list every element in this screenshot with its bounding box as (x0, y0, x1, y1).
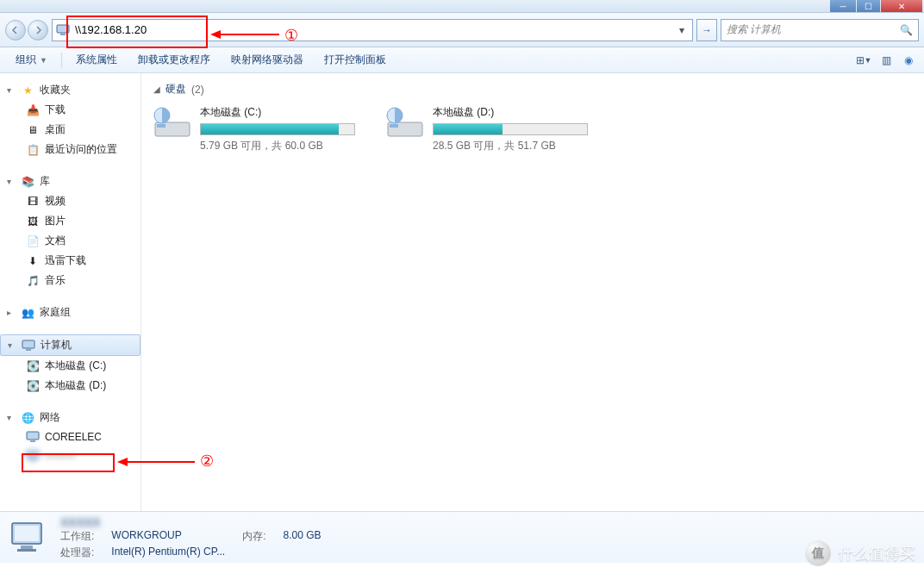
window-controls: ─ ☐ ✕ (829, 0, 922, 12)
homegroup-icon: 👥 (21, 306, 34, 320)
address-field[interactable]: ▾ (52, 19, 693, 41)
computer-icon (22, 339, 35, 352)
sidebar-item-recent[interactable]: 📋最近访问的位置 (0, 140, 140, 159)
sidebar-item-drive-c[interactable]: 💽本地磁盘 (C:) (0, 356, 140, 376)
view-options-icon[interactable]: ⊞ ▼ (855, 52, 872, 69)
svg-rect-1 (60, 34, 66, 35)
organize-menu[interactable]: 组织 ▼ (7, 49, 56, 71)
sidebar-item-coreelec[interactable]: COREELEC (0, 427, 140, 446)
computer-header[interactable]: ▾ 计算机 (0, 334, 140, 356)
close-button[interactable]: ✕ (881, 0, 922, 12)
watermark-badge-icon: 值 (805, 540, 831, 566)
watermark: 值 什么值得买 (805, 540, 915, 566)
watermark-text: 什么值得买 (838, 543, 915, 564)
drives-container: 本地磁盘 (C:) 5.79 GB 可用，共 60.0 GB 本地磁盘 (D:)… (153, 105, 912, 153)
homegroup-header[interactable]: ▸ 👥 家庭组 (0, 302, 140, 322)
cpu-label: 处理器: (60, 546, 94, 560)
svg-rect-15 (15, 526, 39, 541)
svg-rect-12 (390, 124, 398, 128)
svg-rect-7 (30, 459, 35, 461)
svg-rect-2 (22, 340, 34, 348)
section-title: 硬盘 (165, 82, 186, 97)
network-label: 网络 (40, 410, 60, 425)
minimize-button[interactable]: ─ (830, 0, 856, 12)
content-pane: ◢ 硬盘 (2) 本地磁盘 (C:) 5.79 GB 可用，共 60.0 GB (141, 73, 924, 511)
favorites-header[interactable]: ▾ ★ 收藏夹 (0, 80, 140, 100)
computer-icon (56, 24, 70, 36)
open-control-panel-button[interactable]: 打开控制面板 (315, 49, 395, 71)
drive-d[interactable]: 本地磁盘 (D:) 28.5 GB 可用，共 51.7 GB (386, 105, 602, 153)
forward-button[interactable] (28, 20, 48, 41)
library-icon: 📚 (21, 175, 34, 189)
svg-rect-0 (57, 25, 69, 33)
chevron-down-icon: ▾ (8, 340, 16, 350)
hdd-icon: 💽 (26, 359, 40, 373)
sidebar-item-pictures[interactable]: 🖼图片 (0, 211, 140, 231)
sidebar-item-network-pc-hidden[interactable]: ——— (0, 446, 140, 465)
libraries-label: 库 (40, 174, 50, 189)
chevron-right-icon: ▸ (7, 308, 16, 317)
svg-rect-17 (17, 549, 36, 552)
back-button[interactable] (5, 20, 26, 41)
sidebar-item-documents[interactable]: 📄文档 (0, 231, 140, 251)
search-field[interactable]: 搜索 计算机 🔍 (721, 19, 919, 41)
annotation-number-1: ① (284, 26, 298, 45)
drive-name: 本地磁盘 (C:) (200, 105, 369, 120)
network-header[interactable]: ▾ 🌐 网络 (0, 408, 140, 427)
libraries-header[interactable]: ▾ 📚 库 (0, 172, 140, 191)
libraries-group: ▾ 📚 库 🎞视频 🖼图片 📄文档 ⬇迅雷下载 🎵音乐 (0, 172, 140, 290)
sidebar-item-desktop[interactable]: 🖥桌面 (0, 120, 140, 140)
svg-rect-3 (26, 349, 31, 351)
address-input[interactable] (75, 23, 675, 36)
usage-bar (433, 123, 588, 135)
video-icon: 🎞 (26, 195, 40, 209)
sidebar-item-videos[interactable]: 🎞视频 (0, 191, 140, 211)
desktop-icon: 🖥 (26, 123, 40, 137)
address-bar-row: ▾ → 搜索 计算机 🔍 (0, 13, 924, 47)
details-pane: XXXXX 工作组: WORKGROUP 内存: 8.00 GB 处理器: In… (0, 511, 924, 563)
recent-icon: 📋 (26, 143, 40, 157)
uninstall-program-button[interactable]: 卸载或更改程序 (129, 49, 219, 71)
sidebar-item-downloads[interactable]: 📥下载 (0, 100, 140, 120)
workgroup-value: WORKGROUP (111, 529, 225, 544)
svg-rect-5 (30, 440, 35, 442)
arrow-right-icon (34, 26, 42, 34)
map-network-drive-button[interactable]: 映射网络驱动器 (222, 49, 312, 71)
memory-label: 内存: (242, 529, 265, 544)
drive-c[interactable]: 本地磁盘 (C:) 5.79 GB 可用，共 60.0 GB (153, 105, 369, 153)
chevron-down-icon: ▾ (7, 85, 16, 95)
pc-icon (26, 430, 40, 444)
network-group: ▾ 🌐 网络 COREELEC ——— (0, 408, 140, 465)
search-placeholder: 搜索 计算机 (727, 22, 781, 37)
sidebar-item-music[interactable]: 🎵音乐 (0, 271, 140, 290)
address-dropdown-icon[interactable]: ▾ (675, 24, 689, 36)
usage-bar (200, 123, 355, 135)
system-properties-button[interactable]: 系统属性 (67, 49, 126, 71)
favorites-group: ▾ ★ 收藏夹 📥下载 🖥桌面 📋最近访问的位置 (0, 80, 140, 159)
svg-rect-4 (27, 432, 39, 440)
svg-rect-6 (27, 451, 39, 458)
memory-value: 8.00 GB (284, 529, 322, 544)
drive-name: 本地磁盘 (D:) (433, 105, 602, 120)
network-icon: 🌐 (21, 411, 34, 425)
sidebar-item-xunlei[interactable]: ⬇迅雷下载 (0, 251, 140, 271)
go-button[interactable]: → (696, 19, 717, 41)
hdd-icon: 💽 (26, 379, 40, 393)
nav-buttons (5, 20, 48, 41)
help-icon[interactable]: ◉ (900, 52, 917, 69)
cpu-value: Intel(R) Pentium(R) CP... (111, 546, 225, 560)
arrow-left-icon (11, 26, 20, 34)
sidebar-item-drive-d[interactable]: 💽本地磁盘 (D:) (0, 376, 140, 396)
search-icon: 🔍 (900, 24, 913, 36)
drive-icon (386, 105, 424, 140)
computer-name-blurred: XXXXX (60, 515, 322, 529)
computer-large-icon (9, 518, 48, 558)
window-titlebar: ─ ☐ ✕ (0, 0, 924, 13)
maximize-button[interactable]: ☐ (857, 0, 880, 12)
workgroup-label: 工作组: (60, 529, 94, 544)
favorites-label: 收藏夹 (40, 83, 71, 97)
homegroup-label: 家庭组 (40, 305, 71, 320)
navigation-pane: ▾ ★ 收藏夹 📥下载 🖥桌面 📋最近访问的位置 ▾ 📚 库 🎞视频 🖼图片 📄… (0, 73, 141, 511)
section-header-drives[interactable]: ◢ 硬盘 (2) (153, 82, 912, 97)
preview-pane-icon[interactable]: ▥ (877, 52, 895, 69)
